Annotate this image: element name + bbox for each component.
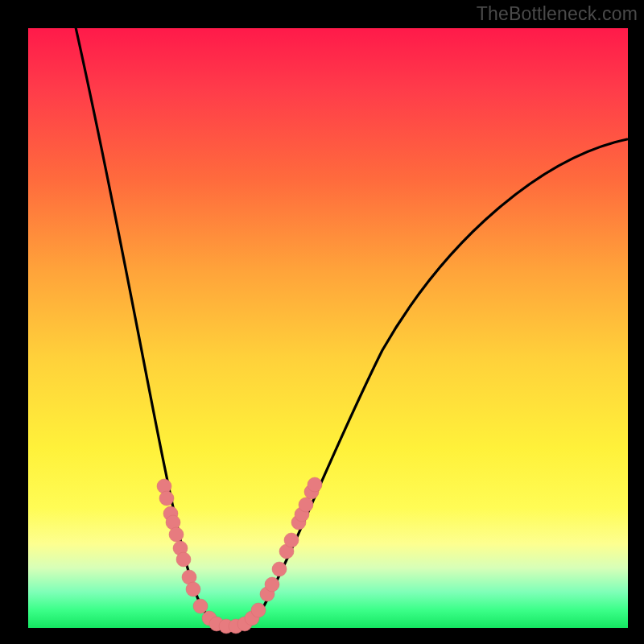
data-marker [308,477,322,492]
data-marker [169,527,184,542]
data-marker [159,491,174,506]
watermark-text: TheBottleneck.com [477,3,638,25]
bottleneck-curve [74,20,627,627]
data-marker [265,577,279,592]
data-marker [272,562,287,576]
chart-frame: TheBottleneck.com [0,0,644,644]
data-marker [284,533,299,547]
plot-area [28,28,628,628]
data-marker [186,582,200,597]
marker-group [157,477,322,634]
chart-svg [28,28,628,628]
data-marker [193,599,208,613]
data-marker [299,497,313,512]
data-marker [176,552,191,567]
data-marker [251,603,266,617]
